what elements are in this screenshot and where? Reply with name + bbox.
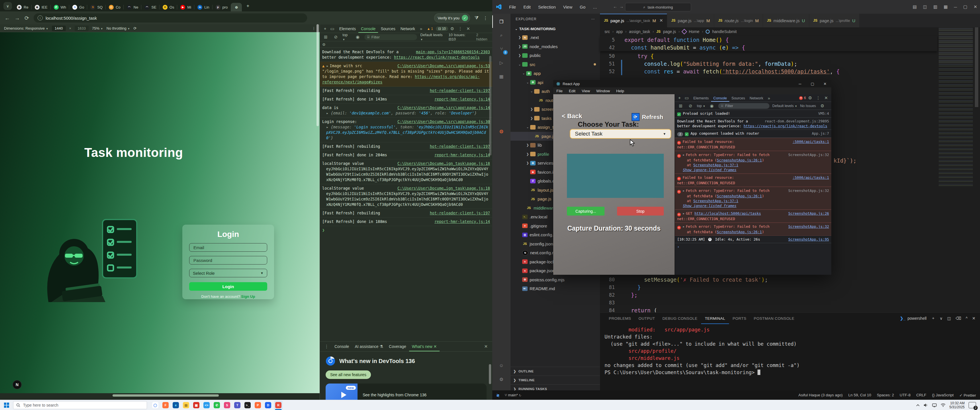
console-source-link[interactable]: App.js:7 (812, 131, 829, 136)
role-select[interactable]: Select Role ▼ (189, 269, 267, 277)
maximize-icon[interactable]: ▢ (806, 80, 819, 87)
forward-icon[interactable]: → (14, 15, 20, 21)
issues-badge[interactable]: ⊟ 10 (436, 27, 448, 31)
zoom-dropdown[interactable]: 75% ▼ (92, 26, 103, 30)
editor-scrollbar[interactable] (975, 27, 978, 312)
login-button[interactable]: Login (189, 282, 267, 291)
horizontal-scrollbar-thumb[interactable] (113, 394, 219, 397)
panel-tab-problems[interactable]: PROBLEMS (605, 313, 635, 324)
back-button[interactable]: < Back (562, 113, 582, 120)
show-ignored-frames-link[interactable]: Show ignore-listed frames (677, 203, 829, 208)
breadcrumb-item[interactable]: Home (689, 29, 699, 34)
code-line[interactable]: 50 try { (600, 52, 937, 60)
breadcrumb-item[interactable]: assign_task (629, 29, 650, 34)
explorer-actions-icon[interactable]: ⋯ (591, 17, 595, 21)
new-terminal-icon[interactable]: ＋ (931, 316, 935, 321)
taskbar-icon-vscode[interactable]: <> (202, 400, 211, 410)
devtools-tab-sources[interactable]: Sources (729, 94, 748, 102)
run-debug-icon[interactable]: ▷ (492, 56, 511, 69)
password-field[interactable] (189, 256, 267, 264)
editor-tab-page.js[interactable]: JSpage.js...\profileU (809, 14, 860, 27)
wifi-icon[interactable] (941, 404, 945, 407)
console-filter-input[interactable]: ⌸ Filter (364, 34, 417, 40)
editor-tab-middleware.js[interactable]: JSmiddleware.jsU (763, 14, 809, 27)
console-object-preview[interactable]: ▸ {email: 'dev1@example.com', password: … (322, 110, 490, 116)
explorer-item-postcss.config.mjs[interactable]: ⚙postcss.config.mjs (511, 275, 600, 284)
command-search-box[interactable]: ⌕ task-monitoring (625, 3, 691, 11)
status-item[interactable]: Ln 59, Col 10 (848, 393, 871, 397)
drawer-menu-icon[interactable]: ⋮ (323, 344, 331, 349)
minimap[interactable] (939, 27, 973, 187)
console-settings-icon[interactable]: ⚙ (322, 43, 326, 47)
react-app-titlebar[interactable]: React App ─ ▢ ✕ (553, 80, 831, 87)
terminal-output[interactable]: modified: src/app/page.jsUntracked files… (605, 326, 974, 376)
inspect-element-icon[interactable]: ⌖ (322, 26, 328, 31)
device-toolbar-icon[interactable]: ▭ (683, 95, 690, 100)
taskbar-icon-whatsapp[interactable]: ✆ (213, 400, 221, 410)
clock[interactable]: 10:32 AM 5/31/2025 (950, 401, 965, 409)
tab-close-icon[interactable]: ✕ (660, 18, 663, 23)
email-field[interactable] (189, 243, 267, 252)
console-sidebar-icon[interactable]: ⊞ (322, 35, 329, 40)
menu-item-go[interactable]: Go (576, 5, 589, 10)
running-tasks-section[interactable]: ❯ RUNNING TASKS (511, 385, 600, 390)
status-item[interactable]: Asiful Haque (3 days ago) (798, 393, 842, 397)
timeline-section[interactable]: ❯ TIMELINE (511, 375, 600, 385)
breadcrumb[interactable]: src›app›assign_task›JSpage.js›Home›handl… (600, 27, 980, 36)
devtools-settings-icon[interactable]: ⚙ (449, 26, 456, 31)
code-line[interactable]: 82 }; (600, 291, 937, 299)
reload-icon[interactable]: ⟳ (24, 15, 29, 21)
browser-tab[interactable]: GGo (69, 3, 87, 11)
tab-search-button[interactable]: ∨ (3, 2, 12, 10)
verify-profile-chip[interactable]: Verify it's you ✓ (434, 13, 470, 22)
taskbar-icon-slack[interactable]: S (223, 400, 231, 410)
drawer-tab[interactable]: Coverage (386, 342, 409, 351)
console-object-preview[interactable]: eyJhbGciOiJIUzI1NiIsInR5cCI6IkpXVCJ9.eyJ… (322, 166, 490, 183)
status-item[interactable]: Spaces: 2 (877, 393, 894, 397)
console-source-link[interactable]: C:\Users\User\Docume…\src\app\page.js:14 (398, 105, 490, 110)
volume-icon[interactable] (924, 403, 928, 407)
log-levels-dropdown[interactable]: Default levels ▼ (420, 33, 445, 41)
close-panel-icon[interactable]: ✕ (972, 316, 975, 321)
console-scrollbar[interactable] (489, 56, 492, 156)
clear-console-icon[interactable]: ⊘ (332, 35, 340, 40)
viewport-width-field[interactable]: 1440 (52, 25, 66, 31)
context-selector[interactable]: top ▼ (342, 33, 351, 41)
console-source-link[interactable]: report-hmr-latency.js:14 (434, 153, 490, 158)
code-line[interactable]: 80 setMessage('✗ Failed to create task')… (600, 276, 937, 283)
explorer-item-public[interactable]: ❯public (511, 51, 600, 60)
nav-forward-icon[interactable]: → (619, 4, 624, 9)
search-icon[interactable]: ⌕ (492, 29, 511, 41)
console-object-preview[interactable]: ▸ {message: 'Login successful', token: '… (322, 124, 490, 141)
devtools-tab-console[interactable]: Console (711, 94, 729, 102)
workspace-root[interactable]: ⌄TASK-MONITORING (511, 24, 600, 33)
console-object-preview[interactable]: eyJhbGciOiJIUzI1NiIsInR5cCI6IkpXVCJ9.eyJ… (322, 191, 490, 207)
menu-item-help[interactable]: Help (613, 89, 627, 93)
browser-tab[interactable]: ◠Ne (124, 3, 142, 11)
context-selector[interactable]: top ▼ (697, 104, 705, 108)
extensions-icon[interactable]: ▦ (492, 70, 511, 83)
console-source-link[interactable]: ScreenshotApp.js:32 (788, 224, 829, 229)
console-prompt[interactable]: › (675, 243, 831, 250)
back-icon[interactable]: ← (5, 15, 10, 21)
console-source-link[interactable]: react-dom.development.js:29895 (765, 119, 829, 124)
console-source-link[interactable]: C:\Users\User\Docume…ign_task\page.js:18 (398, 186, 490, 191)
menu-item-selection[interactable]: Selection (535, 5, 560, 10)
show-ignored-frames-link[interactable]: Show ignore-listed frames (677, 167, 829, 172)
code-line[interactable]: 83 (600, 299, 937, 307)
editor-tab-page.js[interactable]: JSpage.js...\assign_taskM✕ (600, 14, 667, 27)
devtools-tab-elements[interactable]: Elements (337, 24, 358, 33)
stack-link[interactable]: ScreenshotApp.js:26:1 (717, 230, 762, 234)
toggle-secondary-sidebar-icon[interactable]: ▥ (933, 4, 937, 10)
taskbar-icon-postman[interactable]: P (253, 400, 262, 410)
log-levels-dropdown[interactable]: Default levels ▼ (772, 104, 797, 108)
tray-expand-icon[interactable] (916, 404, 920, 406)
drawer-tab[interactable]: AI assistance ⚗ (352, 342, 386, 351)
console-prompt[interactable]: ❯ (320, 226, 492, 234)
rotate-icon[interactable]: ⟳ (133, 26, 137, 30)
browser-menu-icon[interactable]: ⋮ (483, 15, 488, 21)
devtools-tab-network[interactable]: Network (398, 24, 418, 33)
browser-tab[interactable]: ▶Mi (177, 3, 194, 11)
breadcrumb-item[interactable]: src (605, 29, 610, 34)
warning-count-badge[interactable]: ▲1 (427, 27, 433, 31)
